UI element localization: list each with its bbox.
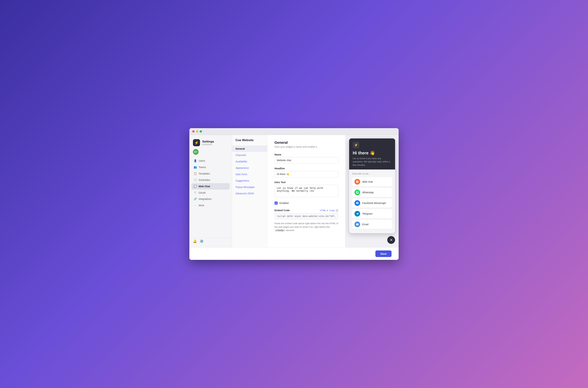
chevron-down-icon: ▾ [327,209,328,212]
webchat-channel-icon [354,179,360,185]
embed-code-display: <script defer async data-webchat-site-id… [275,213,338,219]
facebook-channel-name: Facebook Messenger [362,202,386,204]
sidebar-item-more[interactable]: ··· More [192,202,230,208]
preview-panel: ⚡ Hi there 👋 Let us know if you have any… [346,135,399,247]
intro-field-group: Intro Text Let us know if we can help wi… [275,181,338,198]
sidebar-item-teams[interactable]: 👥 Teams [192,164,230,170]
sidebar-item-integrations[interactable]: 🔗 Integrations [192,196,230,202]
nav-advanced-json[interactable]: Advanced JSON [232,190,267,197]
telegram-channel-name: Telegram [362,212,372,215]
copy-icon: 📋 [335,209,338,212]
embed-format-selector[interactable]: HTML ▾ [320,209,328,212]
facebook-channel-icon [354,200,360,206]
email-channel-name: Email [362,223,369,226]
main-title: General [275,141,338,145]
sidebar-item-label: More [199,204,204,207]
sidebar: ⚡ Settings GENERAL RT 👤 Users 👥 Teams [189,135,232,247]
nav-suggestions[interactable]: Suggestions [232,177,267,184]
nav-start-form[interactable]: Start Form [232,171,267,177]
embed-section-header: Embed Code HTML ▾ Copy 📋 [275,209,338,212]
more-icon: ··· [194,204,197,207]
embed-desc-suffix: element. [286,229,295,232]
templates-icon: 📋 [194,172,197,175]
email-channel-icon [354,221,360,227]
integrations-icon: 🔗 [194,197,197,201]
embed-actions: HTML ▾ Copy 📋 [320,209,338,212]
intro-input[interactable]: Let us know if we can help with anything… [275,185,338,197]
app-title-block: Settings GENERAL [202,140,214,146]
titlebar [189,128,399,135]
oauth-icon: 🛡 [194,191,197,194]
enabled-label: Enabled [280,202,288,204]
sidebar-item-oauth[interactable]: 🛡 OAuth [192,190,230,196]
secondary-sidebar: Cue Website General Channels Availabilit… [232,135,267,247]
channel-item-facebook[interactable]: Facebook Messenger [352,198,392,208]
channel-item-email[interactable]: Email [352,220,392,229]
sidebar-item-users[interactable]: 👤 Users [192,158,230,164]
nav-availability[interactable]: Availability [232,158,267,165]
maximize-button[interactable] [200,130,202,133]
gear-icon[interactable]: ⚙️ [200,239,204,243]
embed-description: Paste the embed code above right before … [275,222,338,232]
channel-item-whatsapp[interactable]: WhatsApp [352,188,392,197]
footer-bar: Save [189,247,399,260]
nav-general[interactable]: General [232,146,267,152]
embed-tag: </body> [275,229,285,232]
enabled-row: ✓ Enabled [275,201,338,205]
sidebar-item-label: Templates [199,172,210,175]
telegram-channel-icon [354,211,360,217]
sidebar-item-label: Teams [199,166,206,169]
app-subtitle: GENERAL [202,144,214,146]
format-label: HTML [320,209,326,212]
secondary-sidebar-title: Cue Website [232,138,267,146]
widget-header: ⚡ Hi there 👋 Let us know if you have any… [349,138,395,170]
headline-input[interactable] [275,171,338,177]
notifications-icon[interactable]: 🔔 [193,239,197,243]
app-body: ⚡ Settings GENERAL RT 👤 Users 👥 Teams [189,135,399,247]
sidebar-nav: 👤 Users 👥 Teams 📋 Templates 🕐 Schedules … [189,158,232,236]
minimize-button[interactable] [196,130,198,133]
enabled-checkbox[interactable]: ✓ [275,201,278,205]
webchat-channel-name: Web chat [362,180,373,183]
widget-preview-card: ⚡ Hi there 👋 Let us know if you have any… [349,138,395,233]
sidebar-item-templates[interactable]: 📋 Templates [192,170,230,177]
intro-label: Intro Text [275,181,338,184]
sidebar-footer: 🔔 ⚙️ [189,238,232,244]
avatar[interactable]: RT [193,149,199,155]
name-label: Name [275,153,338,156]
whatsapp-channel-name: WhatsApp [362,191,374,194]
copy-label: Copy [329,209,335,212]
embed-copy-button[interactable]: Copy 📋 [329,209,338,212]
channel-item-webchat[interactable]: Web chat [352,177,392,186]
sidebar-item-label: Web Chat [199,185,210,188]
sidebar-item-label: OAuth [199,191,206,194]
app-name: Settings [202,140,214,144]
sidebar-header: ⚡ Settings GENERAL [189,138,232,149]
app-logo-icon: ⚡ [193,139,200,146]
widget-chat-prompt: Chat with us via... [352,172,392,175]
save-button[interactable]: Save [375,250,392,257]
whatsapp-channel-icon [354,190,360,195]
widget-subtext: Let us know if you have any questions. W… [353,157,392,167]
widget-greeting: Hi there 👋 [353,150,392,155]
sidebar-item-label: Integrations [199,197,212,200]
embed-title: Embed Code [275,209,290,212]
name-input[interactable] [275,157,338,164]
main-content: General Give your widget a name and enab… [267,135,346,247]
app-window: ⚡ Settings GENERAL RT 👤 Users 👥 Teams [189,128,399,260]
headline-field-group: Headline [275,167,338,177]
widget-close-button[interactable]: ✕ [387,236,395,244]
main-subtitle: Give your widget a name and enable it [275,145,338,148]
widget-body: Chat with us via... Web chat WhatsApp [349,170,395,233]
teams-icon: 👥 [194,166,197,169]
sidebar-item-label: Schedules [199,179,210,181]
nav-appearance[interactable]: Appearance [232,165,267,171]
close-button[interactable] [192,130,195,133]
sidebar-item-webchat[interactable]: 💬 Web Chat [192,183,230,190]
sidebar-item-label: Users [199,159,205,162]
sidebar-item-schedules[interactable]: 🕐 Schedules [192,177,230,183]
nav-channels[interactable]: Channels [232,152,267,158]
channel-item-telegram[interactable]: Telegram [352,209,392,218]
nav-popup-messages[interactable]: Popup Messages [232,184,267,190]
close-icon: ✕ [390,238,393,242]
